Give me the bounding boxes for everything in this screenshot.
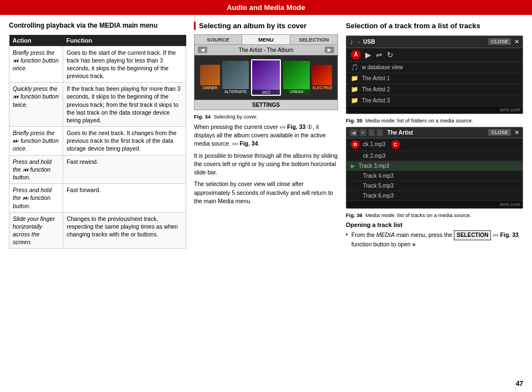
left-column: Controlling playback via the MEDIA main … [9,22,186,388]
col-action: Action [9,35,63,47]
nav-down-icon[interactable]: ↓ [377,129,383,136]
bullet-item: From the MEDIA main menu, press the SELE… [346,230,523,249]
shuffle-btn[interactable]: ⇌ [376,50,382,59]
track-3-label: Track 3.mp3 [359,163,389,169]
tab-menu[interactable]: MENU [242,35,290,44]
folder-icon-1: 📁 [351,75,359,82]
next-track-btn[interactable]: ▶ [325,47,334,53]
artist1-label: The Artist 1 [362,75,390,81]
list-item-artist1[interactable]: 📁 The Artist 1 [346,73,523,84]
close-button-2[interactable]: CLOSE [488,129,511,136]
artist3-label: The Artist 3 [362,97,390,104]
function-cell: Goes to the start of the current track. … [63,46,186,82]
fig36-text: Media mode: list of tracks on a media so… [365,212,471,218]
fig35-caption: Fig. 35 Media mode: list of folders on a… [346,117,523,123]
cover-label-2: ALTERNATE [222,89,249,94]
album-covers: OWNER ALTERNATE JAZZ URBAN ELECTRONIC [195,55,337,100]
middle-section-title-box: Selecting an album by its cover [194,22,338,30]
tab-source[interactable]: SOURCE [195,35,242,44]
circle-a-badge: A [351,50,361,60]
opening-title: Opening a track list [346,221,523,228]
album-cover-5[interactable]: ELECTRONIC [312,65,332,90]
function-cell: Goes to the next track. It changes from … [63,127,186,156]
table-row: Press and hold the ⏮ function button. Fa… [9,155,186,184]
middle-section-title: Selecting an album by its cover [199,22,338,30]
album-cover-1[interactable]: OWNER [200,65,220,90]
nav-back-icon[interactable]: ◀ [350,129,357,136]
x-button-2[interactable]: ✕ [514,129,519,136]
brs-label-2: BRS-0156 [346,201,523,208]
body-text-3: The selection by cover view will close a… [194,180,338,205]
nav-list-icon[interactable]: ≡ [360,129,366,136]
right-section-title: Selection of a track from a list of trac… [346,22,523,31]
tab-selection[interactable]: SELECTION [290,35,337,44]
album-tabs: SOURCE MENU SELECTION [195,35,337,45]
folder-icon-3: 📁 [351,97,359,104]
selection-box[interactable]: SELECTION [454,230,491,241]
circle-b-badge: B [351,140,360,149]
function-cell: Changes to the previous/next track, resp… [63,212,186,249]
usb-arrow: → [356,39,361,45]
arrow-right: » [412,241,416,247]
screen2-header: ◀ ≡ ↑ ↓ The Artist CLOSE ✕ [346,127,523,138]
table-row: Briefly press the ⏭ function button once… [9,127,186,156]
screen1-controls: A ▶ ⇌ ↻ [346,48,523,62]
close-button-1[interactable]: CLOSE [488,38,511,45]
track-5-label: Track 5.mp3 [363,183,393,189]
music-icon: ♪ [350,38,354,46]
action-table: Action Function Briefly press the ⏮ func… [9,35,186,249]
header-title: Audio and Media Mode [227,3,305,12]
track-4-label: Track 4.mp3 [363,173,393,179]
function-cell: Fast rewind. [63,155,186,184]
settings-bar[interactable]: SETTINGS [195,100,337,110]
body-text-1: When pressing the current cover ››› Fig.… [194,123,338,148]
list-item-artist2[interactable]: 📁 The Artist 2 [346,84,523,95]
nav-up-icon[interactable]: ↑ [369,129,375,136]
track-item-1[interactable]: B ck 1.mp3 C [346,138,523,151]
folder-icon-db: 🎵 [351,64,359,71]
track-6-label: Track 6.mp3 [363,193,393,199]
db-view-label: w database view [362,64,403,70]
media-screen-2: ◀ ≡ ↑ ↓ The Artist CLOSE ✕ B ck 1.mp3 C [346,127,523,209]
screen1-header: ♪ → USB CLOSE ✕ [346,36,523,48]
track-item-4[interactable]: Track 4.mp3 [346,171,523,181]
album-cover-2[interactable]: ALTERNATE [222,61,249,94]
list-item-artist3[interactable]: 📁 The Artist 3 [346,95,523,106]
x-button-1[interactable]: ✕ [514,38,519,45]
body-text-2: It is possible to browse through all the… [194,152,338,177]
fig35-number: Fig. 35 [346,117,362,123]
cover-label-5: ELECTRONIC [312,85,332,90]
track-item-6[interactable]: Track 6.mp3 [346,191,523,201]
cover-label-3: JAZZ [252,90,280,95]
fig35-text: Media mode: list of folders on a media s… [365,117,473,123]
prev-track-btn[interactable]: ◀ [198,47,207,53]
album-cover-4[interactable]: URBAN [283,61,310,94]
track-item-3[interactable]: ▶ Track 3.mp3 [346,161,523,171]
artist2-label: The Artist 2 [362,86,390,92]
page-container: Audio and Media Mode Controlling playbac… [0,0,532,392]
header-bar: Audio and Media Mode [0,0,532,15]
media-screen-1: ♪ → USB CLOSE ✕ A ▶ ⇌ ↻ 🎵 w database vie… [346,35,523,114]
table-row: Slide your finger horizontally across th… [9,212,186,249]
track-item-2[interactable]: ck 2.mp3 [346,151,523,161]
track-2-label: ck 2.mp3 [363,153,386,159]
play-btn-1[interactable]: ▶ [365,50,371,59]
fig34-text: Selecting by cover. [213,114,258,120]
cover-label-4: URBAN [283,89,310,94]
action-cell: Press and hold the ⏮ function button. [9,155,63,184]
repeat-btn[interactable]: ↻ [387,50,393,59]
table-row: Press and hold the ⏭ function button. Fa… [9,184,186,213]
circle-c-badge: C [391,140,400,149]
playing-icon: ▶ [351,163,355,169]
album-cover-3[interactable]: JAZZ [251,59,281,96]
brs-label-1: BRS-0165 [346,106,523,114]
main-content: Controlling playback via the MEDIA main … [0,15,532,392]
album-selector: SOURCE MENU SELECTION ◀ The Artist - The… [194,34,338,110]
track-item-5[interactable]: Track 5.mp3 [346,181,523,191]
action-cell: Slide your finger horizontally across th… [9,212,63,249]
col-function: Function [63,35,186,47]
track-1-label: ck 1.mp3 [363,141,386,147]
list-item-db[interactable]: 🎵 w database view [346,62,523,73]
folder-icon-2: 📁 [351,86,359,93]
fig36-number: Fig. 36 [346,212,362,218]
